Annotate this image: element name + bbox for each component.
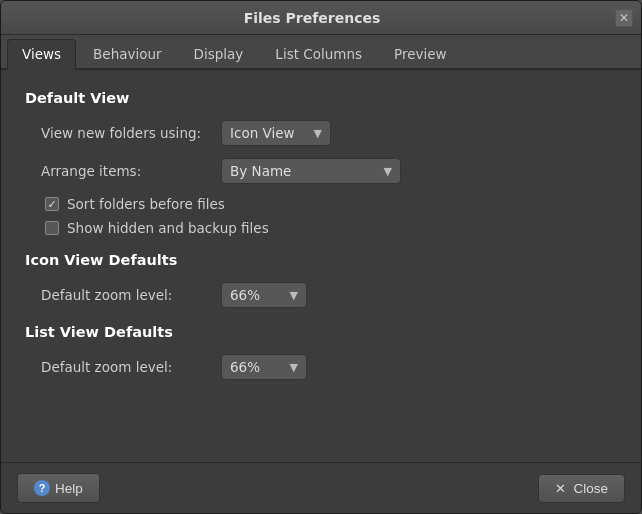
list-zoom-row: Default zoom level: 66% ▼ bbox=[25, 354, 617, 380]
list-zoom-label: Default zoom level: bbox=[41, 359, 221, 375]
view-new-folders-dropdown[interactable]: Icon View ▼ bbox=[221, 120, 331, 146]
close-button[interactable]: ✕ Close bbox=[538, 474, 625, 503]
view-new-folders-arrow-icon: ▼ bbox=[314, 127, 322, 140]
view-new-folders-row: View new folders using: Icon View ▼ bbox=[25, 120, 617, 146]
icon-zoom-value: 66% bbox=[230, 287, 260, 303]
list-zoom-value: 66% bbox=[230, 359, 260, 375]
arrange-items-row: Arrange items: By Name ▼ bbox=[25, 158, 617, 184]
tab-bar: Views Behaviour Display List Columns Pre… bbox=[1, 35, 641, 70]
view-new-folders-value: Icon View bbox=[230, 125, 295, 141]
tab-preview[interactable]: Preview bbox=[379, 39, 462, 68]
default-view-section-title: Default View bbox=[25, 90, 617, 106]
show-hidden-row[interactable]: Show hidden and backup files bbox=[25, 220, 617, 236]
help-icon: ? bbox=[34, 480, 50, 496]
icon-zoom-row: Default zoom level: 66% ▼ bbox=[25, 282, 617, 308]
list-zoom-arrow-icon: ▼ bbox=[290, 361, 298, 374]
window-close-button[interactable]: ✕ bbox=[615, 9, 633, 27]
main-content: Default View View new folders using: Ico… bbox=[1, 70, 641, 462]
titlebar: Files Preferences ✕ bbox=[1, 1, 641, 35]
tab-list-columns[interactable]: List Columns bbox=[260, 39, 377, 68]
icon-zoom-dropdown[interactable]: 66% ▼ bbox=[221, 282, 307, 308]
icon-zoom-arrow-icon: ▼ bbox=[290, 289, 298, 302]
icon-zoom-label: Default zoom level: bbox=[41, 287, 221, 303]
icon-view-section-title: Icon View Defaults bbox=[25, 252, 617, 268]
footer: ? Help ✕ Close bbox=[1, 462, 641, 513]
sort-folders-label: Sort folders before files bbox=[67, 196, 225, 212]
view-new-folders-label: View new folders using: bbox=[41, 125, 221, 141]
tab-display[interactable]: Display bbox=[179, 39, 259, 68]
list-zoom-dropdown[interactable]: 66% ▼ bbox=[221, 354, 307, 380]
window-title: Files Preferences bbox=[9, 10, 615, 26]
sort-folders-row[interactable]: Sort folders before files bbox=[25, 196, 617, 212]
tab-views[interactable]: Views bbox=[7, 39, 76, 70]
arrange-items-dropdown[interactable]: By Name ▼ bbox=[221, 158, 401, 184]
preferences-window: Files Preferences ✕ Views Behaviour Disp… bbox=[0, 0, 642, 514]
show-hidden-label: Show hidden and backup files bbox=[67, 220, 269, 236]
tab-behaviour[interactable]: Behaviour bbox=[78, 39, 177, 68]
arrange-items-label: Arrange items: bbox=[41, 163, 221, 179]
arrange-items-value: By Name bbox=[230, 163, 291, 179]
help-button[interactable]: ? Help bbox=[17, 473, 100, 503]
arrange-items-arrow-icon: ▼ bbox=[384, 165, 392, 178]
close-label: Close bbox=[573, 481, 608, 496]
close-x-icon: ✕ bbox=[555, 481, 566, 496]
list-view-section-title: List View Defaults bbox=[25, 324, 617, 340]
sort-folders-checkbox[interactable] bbox=[45, 197, 59, 211]
show-hidden-checkbox[interactable] bbox=[45, 221, 59, 235]
help-label: Help bbox=[55, 481, 83, 496]
